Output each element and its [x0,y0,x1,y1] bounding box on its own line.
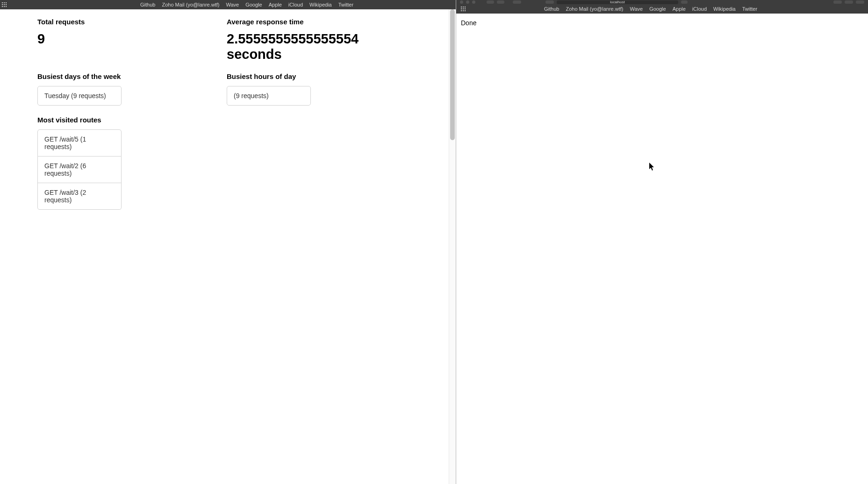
route-item: GET /wait/2 (6 requests) [37,157,122,183]
avg-response-label: Average response time [227,18,416,26]
busiest-days-card: Tuesday (9 requests) [37,86,122,106]
fav-link-twitter[interactable]: Twitter [338,2,353,7]
left-window: Github Zoho Mail (yo@lanre.wtf) Wave Goo… [0,0,456,484]
new-tab-icon[interactable] [845,0,853,4]
fav-link-github[interactable]: Github [544,6,559,12]
traffic-min-icon[interactable] [466,0,469,4]
reload-icon[interactable] [681,0,688,4]
fav-link-wikipedia[interactable]: Wikipedia [713,6,736,12]
stats-content: Total requests 9 Average response time 2… [0,9,456,220]
tabs-icon[interactable] [856,0,864,4]
favorites-bar-left: Github Zoho Mail (yo@lanre.wtf) Wave Goo… [0,0,456,9]
fav-link-apple[interactable]: Apple [269,2,282,7]
busiest-hours-label: Busiest hours of day [227,72,416,80]
route-item: GET /wait/5 (1 requests) [37,129,122,157]
busiest-hours-section: Busiest hours of day (9 requests) [227,72,416,106]
fav-link-icloud[interactable]: iCloud [288,2,303,7]
start-page-grid-icon[interactable] [2,2,7,7]
fav-link-zoho[interactable]: Zoho Mail (yo@lanre.wtf) [162,2,219,7]
fav-link-twitter[interactable]: Twitter [742,6,757,12]
fav-link-github[interactable]: Github [140,2,155,7]
traffic-max-icon[interactable] [472,0,475,4]
sidebar-icon[interactable] [513,0,521,4]
shield-icon[interactable] [545,0,554,4]
route-item: GET /wait/3 (2 requests) [37,183,122,210]
traffic-close-icon[interactable] [460,0,463,4]
fav-link-apple[interactable]: Apple [673,6,686,12]
total-requests-value: 9 [37,31,227,47]
fav-link-zoho[interactable]: Zoho Mail (yo@lanre.wtf) [566,6,623,12]
busiest-hours-card: (9 requests) [227,86,311,106]
fav-link-google[interactable]: Google [245,2,262,7]
scrollbar-thumb[interactable] [450,9,455,140]
right-window: localhost Github Zoho Mail (yo@lanre.wtf… [456,0,868,484]
routes-section: Most visited routes GET /wait/5 (1 reque… [37,116,227,210]
fav-link-wave[interactable]: Wave [226,2,239,7]
favorites-bar-right: Github Zoho Mail (yo@lanre.wtf) Wave Goo… [456,4,868,14]
scrollbar[interactable] [449,9,456,484]
start-page-grid-icon[interactable] [461,7,466,11]
fav-link-google[interactable]: Google [649,6,666,12]
busiest-days-label: Busiest days of the week [37,72,227,80]
url-field[interactable]: localhost [557,0,678,4]
routes-list: GET /wait/5 (1 requests) GET /wait/2 (6 … [37,129,122,210]
fav-link-wave[interactable]: Wave [630,6,643,12]
toolbar-right: localhost [456,0,868,4]
fav-link-icloud[interactable]: iCloud [692,6,707,12]
routes-label: Most visited routes [37,116,227,124]
total-requests-section: Total requests 9 [37,18,227,62]
share-icon[interactable] [833,0,842,4]
avg-response-value: 2.5555555555555554 seconds [227,31,416,62]
busiest-days-section: Busiest days of the week Tuesday (9 requ… [37,72,227,106]
back-button[interactable] [487,0,494,4]
total-requests-label: Total requests [37,18,227,26]
done-text: Done [461,19,476,27]
avg-response-section: Average response time 2.5555555555555554… [227,18,416,62]
fav-link-wikipedia[interactable]: Wikipedia [309,2,332,7]
cursor-icon [649,163,655,171]
right-body: Done [456,14,868,32]
forward-button[interactable] [497,0,504,4]
